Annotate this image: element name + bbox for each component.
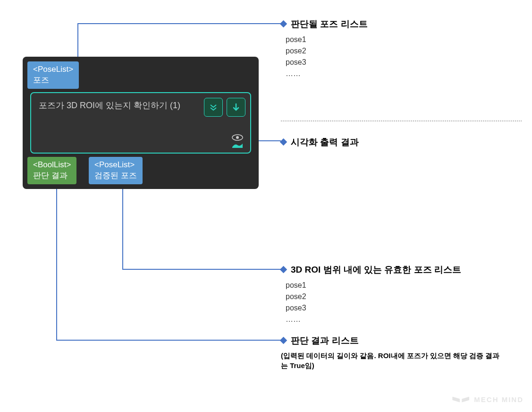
watermark-logo-icon [452,397,469,403]
annotation-input: 판단될 포즈 리스트 pose1 pose2 pose3 …… [281,18,368,79]
list-item: pose3 [286,302,461,314]
annotation-result-title: 판단 결과 리스트 [291,335,359,345]
list-item: pose2 [286,45,368,57]
annotation-visualize-title: 시각화 출력 결과 [291,137,359,147]
annotation-valid-poses-title: 3D ROI 범위 내에 있는 유효한 포즈 리스트 [291,265,461,275]
output-port-pose[interactable]: <PoseList> 검증된 포즈 [89,157,143,184]
annotation-valid-poses: 3D ROI 범위 내에 있는 유효한 포즈 리스트 pose1 pose2 p… [281,264,461,325]
watermark: MECH MIND [452,395,524,403]
output-port-pose-label: 검증된 포즈 [94,171,137,181]
svg-point-1 [236,136,239,139]
output-port-bool-type: <BoolList> [33,160,71,171]
annotation-visualize: 시각화 출력 결과 [281,136,359,152]
annotation-result: 판단 결과 리스트 (입력된 데이터의 길이와 같음. ROI내에 포즈가 있으… [281,335,503,370]
diamond-icon [280,138,287,146]
watermark-text: MECH MIND [474,395,524,403]
node-block: <PoseList> 포즈 포즈가 3D ROI에 있는지 확인하기 (1) [23,57,259,189]
diamond-icon [280,337,287,344]
diamond-icon [280,20,287,28]
list-item: …… [286,68,368,79]
diamond-icon [280,266,287,274]
list-item: …… [286,314,461,325]
input-port-type: <PoseList> [33,64,73,75]
list-item: pose1 [286,280,461,291]
output-port-bool[interactable]: <BoolList> 판단 결과 [27,157,76,184]
output-port-pose-type: <PoseList> [94,160,137,171]
annotation-input-title: 판단될 포즈 리스트 [291,19,368,29]
node-body[interactable]: 포즈가 3D ROI에 있는지 확인하기 (1) [30,92,251,154]
input-port-label: 포즈 [33,75,73,86]
dotted-divider [281,120,522,121]
list-item: pose3 [286,57,368,68]
annotation-result-subtitle: (입력된 데이터의 길이와 같음. ROI내에 포즈가 있으면 해당 검증 결과… [281,351,503,370]
expand-down-icon[interactable] [204,98,223,117]
node-title: 포즈가 3D ROI에 있는지 확인하기 (1) [39,100,180,111]
visualize-icon[interactable] [231,134,244,148]
list-item: pose1 [286,34,368,45]
list-item: pose2 [286,291,461,302]
output-port-bool-label: 판단 결과 [33,171,71,181]
input-port[interactable]: <PoseList> 포즈 [27,61,79,89]
arrow-down-icon[interactable] [227,98,245,117]
